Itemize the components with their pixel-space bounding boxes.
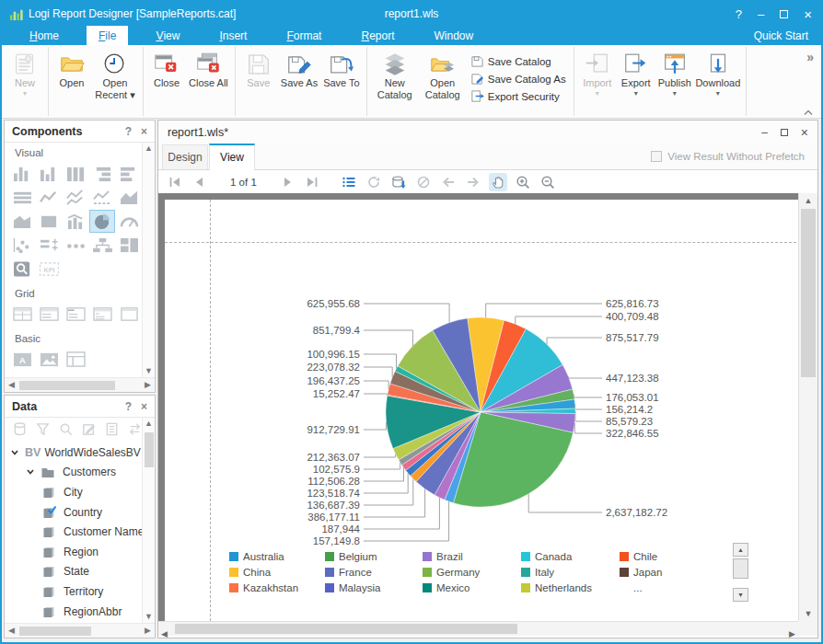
menu-view[interactable]: View [144,26,191,45]
save-button[interactable]: Save [239,49,278,89]
scroll-down-icon[interactable]: ▼ [145,613,153,621]
prev-page-button[interactable] [191,173,209,191]
document-vertical-scrollbar[interactable]: ▲ ▼ [798,193,817,621]
tree-item-customer-name[interactable]: Customer Name [5,522,142,542]
component-dots[interactable] [63,234,88,257]
document-close-icon[interactable]: × [801,125,808,140]
open-recent-button[interactable]: Open Recent ▾ [91,49,139,100]
document-horizontal-scrollbar[interactable]: ◀ ▶ [158,621,798,636]
list-icon[interactable] [104,421,120,437]
component-column-chart[interactable] [63,162,88,185]
components-horizontal-scrollbar[interactable]: ◀ ▶ [5,377,155,392]
open-catalog-button[interactable]: Open Catalog [419,49,467,100]
save-catalog-as-button[interactable]: Save Catalog As [469,70,568,87]
window-help-icon[interactable]: ? [736,8,742,20]
forward-button[interactable] [464,173,482,191]
scrollbar-thumb[interactable] [175,624,517,634]
document-maximize-icon[interactable] [781,129,788,136]
scroll-down-icon[interactable]: ▼ [799,606,817,621]
next-page-button[interactable] [278,173,296,191]
component-table-alt-1[interactable] [36,303,62,326]
component-hbar-chart-alt[interactable] [116,162,142,185]
window-minimize-icon[interactable]: – [758,8,764,20]
help-icon[interactable]: ? [125,400,132,413]
legend-item-france[interactable]: France [325,564,423,580]
component-scatter-chart[interactable] [9,234,35,257]
close-all-button[interactable]: Close All [186,49,231,89]
legend-item-netherlands[interactable]: Netherlands [521,580,620,595]
last-page-button[interactable] [303,173,321,191]
expander-icon[interactable] [26,467,38,477]
window-maximize-icon[interactable] [780,10,788,18]
tree-item-territory[interactable]: Territory [5,581,142,602]
component-banded-table[interactable] [9,303,35,326]
component-list-plus[interactable] [36,234,62,257]
scroll-left-icon[interactable]: ◀ [161,624,168,640]
legend-item-brazil[interactable]: Brazil [423,548,521,564]
chart-scrollbar[interactable]: ▲ ▼ [733,543,748,602]
component-stacked-lines[interactable] [9,186,35,209]
open-button[interactable]: Open [52,49,91,89]
back-button[interactable] [439,173,458,191]
scroll-right-icon[interactable]: ▶ [789,624,795,640]
close-button[interactable]: Close [147,49,186,89]
hand-button[interactable] [489,173,507,191]
component-map-search[interactable] [9,258,35,281]
save-catalog-button[interactable]: Save Catalog [469,52,568,70]
component-line-chart[interactable] [36,186,62,209]
component-kpi[interactable]: KPI [36,258,62,281]
scroll-left-icon[interactable]: ◀ [8,381,15,389]
scroll-left-icon[interactable]: ◀ [8,627,15,635]
prefetch-checkbox[interactable] [651,151,662,162]
tree-item-regionabbr[interactable]: RegionAbbr [5,602,142,622]
document-minimize-icon[interactable]: – [761,126,768,139]
legend-item-japan[interactable]: Japan [620,564,721,580]
fetch-data-button[interactable] [389,173,408,191]
component-org-chart[interactable] [89,234,115,257]
zoom-out-button[interactable] [539,173,557,191]
menu-format[interactable]: Format [274,26,333,45]
swap-icon[interactable] [127,421,143,437]
download-button[interactable]: Download▾ [694,49,742,98]
legend-item-[interactable]: ... [620,580,721,595]
tree-item-state[interactable]: State [5,562,142,582]
scroll-up-icon[interactable]: ▲ [799,193,817,208]
first-page-button[interactable] [166,173,184,191]
scrollbar-thumb[interactable] [19,627,91,636]
menu-file[interactable]: File [87,26,128,45]
tree-item-customers[interactable]: Customers [5,463,142,483]
scroll-right-icon[interactable]: ▶ [145,627,151,635]
legend-item-germany[interactable]: Germany [423,564,521,580]
component-area-chart-alt[interactable] [9,210,35,233]
component-filled-chart[interactable] [36,210,62,233]
stop-button[interactable] [414,173,433,191]
legend-item-mexico[interactable]: Mexico [423,580,521,595]
component-image[interactable] [36,348,62,371]
menu-home[interactable]: Home [17,26,71,45]
scrollbar-thumb[interactable] [733,558,748,579]
search-icon[interactable] [58,421,74,437]
legend-item-australia[interactable]: Australia [229,548,325,564]
window-close-icon[interactable]: × [804,7,812,21]
publish-button[interactable]: Publish▾ [655,49,694,98]
menu-window[interactable]: Window [423,26,486,45]
component-text[interactable]: A [9,348,35,371]
scrollbar-thumb[interactable] [145,432,154,467]
scroll-down-icon[interactable]: ▼ [145,367,153,375]
ribbon-overflow-icon[interactable]: » [806,50,814,64]
legend-item-italy[interactable]: Italy [521,564,620,580]
export-security-button[interactable]: Export Security [469,87,568,105]
toc-button[interactable] [340,173,358,191]
tree-item-country[interactable]: Country [5,502,142,523]
scrollbar-thumb[interactable] [801,209,816,377]
close-icon[interactable]: × [141,125,147,138]
new-catalog-button[interactable]: New Catalog [371,49,419,100]
component-gauge-chart[interactable] [116,210,142,233]
component-pie-chart[interactable] [89,210,115,233]
tree-item-worldwidesalesbv[interactable]: BVWorldWideSalesBV [5,443,142,463]
save-to-button[interactable]: Save To [320,49,363,89]
menu-insert[interactable]: Insert [207,26,259,45]
save-as-button[interactable]: Save As [278,49,320,89]
new-button[interactable]: New▾ [6,49,44,98]
component-frame[interactable] [63,348,88,371]
